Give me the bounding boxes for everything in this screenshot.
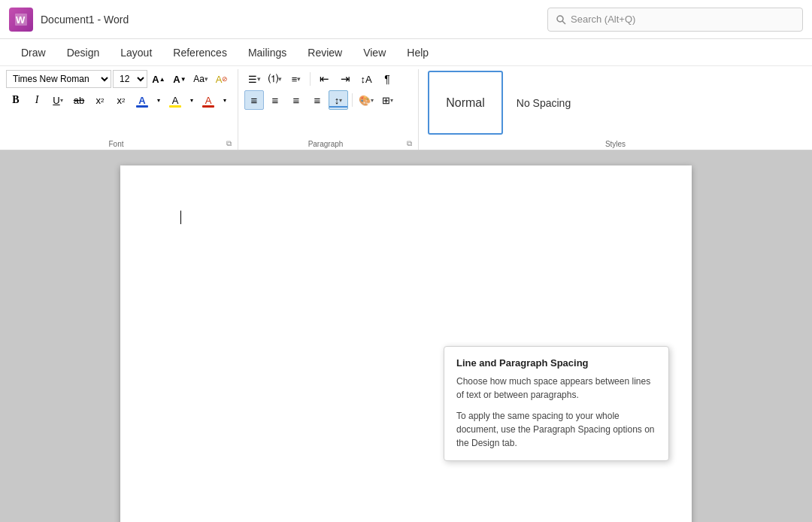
svg-point-2 xyxy=(557,16,563,22)
tooltip-line1: Choose how much space appears between li… xyxy=(456,375,656,402)
search-placeholder: Search (Alt+Q) xyxy=(571,14,635,25)
style-no-spacing-button[interactable]: No Spacing xyxy=(506,71,581,135)
tooltip-body: Choose how much space appears between li… xyxy=(456,375,656,450)
para-row-1: ☰▾ ⑴▾ ≡▾ ⇤ ⇥ ↕A ¶ xyxy=(244,69,397,89)
font-group: Times New Roman 12 A▲ A▼ Aa ▾ A⊘ B I U ▾… xyxy=(0,69,238,150)
tooltip-title: Line and Paragraph Spacing xyxy=(456,357,656,369)
menu-view[interactable]: View xyxy=(354,44,395,62)
dropdown-arrow-highlight[interactable]: ▾ xyxy=(186,90,197,110)
style-normal-button[interactable]: Normal xyxy=(428,71,503,135)
para-row-2: ≡ ≡ ≡ ≡ ↕▾ 🎨▾ ⊞▾ xyxy=(244,90,397,110)
font-shrink-button[interactable]: A▼ xyxy=(170,69,189,89)
font-color-button[interactable]: A xyxy=(132,90,152,110)
superscript-button[interactable]: x2 xyxy=(111,90,131,110)
menu-references[interactable]: References xyxy=(164,44,236,62)
font-group-label: Font xyxy=(6,140,226,148)
increase-indent-button[interactable]: ⇥ xyxy=(335,69,355,89)
ribbon: Times New Roman 12 A▲ A▼ Aa ▾ A⊘ B I U ▾… xyxy=(0,66,812,150)
search-icon xyxy=(556,14,566,25)
align-center-button[interactable]: ≡ xyxy=(265,90,285,110)
line-spacing-button[interactable]: ↕▾ xyxy=(329,90,348,110)
menu-mailings[interactable]: Mailings xyxy=(239,44,295,62)
tooltip-box: Line and Paragraph Spacing Choose how mu… xyxy=(444,346,669,461)
dropdown-arrow-font-color[interactable]: ▾ xyxy=(153,90,164,110)
align-left-button[interactable]: ≡ xyxy=(244,90,264,110)
app-icon: W xyxy=(9,8,33,32)
underline-button[interactable]: U ▾ xyxy=(48,90,68,110)
tooltip-line2: To apply the same spacing to your whole … xyxy=(456,409,656,450)
menu-design[interactable]: Design xyxy=(58,44,109,62)
dropdown-arrow-font-color2[interactable]: ▾ xyxy=(220,90,230,110)
show-formatting-button[interactable]: ¶ xyxy=(377,69,397,89)
bullet-list-button[interactable]: ☰▾ xyxy=(244,69,264,89)
multilevel-list-button[interactable]: ≡▾ xyxy=(286,69,306,89)
highlight-button[interactable]: A xyxy=(165,90,185,110)
align-right-button[interactable]: ≡ xyxy=(286,90,306,110)
title-bar: W Document1 - Word Search (Alt+Q) xyxy=(0,0,812,39)
justify-button[interactable]: ≡ xyxy=(308,90,327,110)
subscript-button[interactable]: x2 xyxy=(90,90,110,110)
para-separator-1 xyxy=(310,72,311,86)
svg-line-3 xyxy=(562,21,565,24)
menu-bar: Draw Design Layout References Mailings R… xyxy=(0,39,812,66)
menu-review[interactable]: Review xyxy=(298,44,351,62)
menu-layout[interactable]: Layout xyxy=(111,44,161,62)
font-name-select[interactable]: Times New Roman xyxy=(6,70,111,88)
paragraph-group: ☰▾ ⑴▾ ≡▾ ⇤ ⇥ ↕A ¶ ≡ ≡ ≡ ≡ ↕▾ 🎨▾ xyxy=(238,69,419,150)
borders-button[interactable]: ⊞▾ xyxy=(377,90,397,110)
para-separator-2 xyxy=(352,93,353,107)
change-case-button[interactable]: Aa ▾ xyxy=(191,69,211,89)
font-size-select[interactable]: 12 xyxy=(113,70,147,88)
font-row-1: Times New Roman 12 A▲ A▼ Aa ▾ A⊘ xyxy=(6,69,232,89)
bold-button[interactable]: B xyxy=(6,90,26,110)
menu-draw[interactable]: Draw xyxy=(12,44,55,62)
clear-formatting-button[interactable]: A⊘ xyxy=(212,69,232,89)
italic-button[interactable]: I xyxy=(27,90,47,110)
shading-button[interactable]: 🎨▾ xyxy=(356,90,376,110)
sort-button[interactable]: ↕A xyxy=(356,69,376,89)
styles-area: Normal No Spacing xyxy=(425,69,581,147)
menu-help[interactable]: Help xyxy=(398,44,438,62)
document-area: Line and Paragraph Spacing Choose how mu… xyxy=(0,150,812,522)
styles-group-label: Styles xyxy=(425,140,806,148)
decrease-indent-button[interactable]: ⇤ xyxy=(314,69,334,89)
search-bar[interactable]: Search (Alt+Q) xyxy=(547,8,803,32)
svg-text:W: W xyxy=(16,14,26,26)
font-expand-button[interactable]: ⧉ xyxy=(226,139,232,148)
strikethrough-button[interactable]: ab xyxy=(69,90,89,110)
numbered-list-button[interactable]: ⑴▾ xyxy=(265,69,285,89)
window-title: Document1 - Word xyxy=(41,14,547,26)
document-page[interactable] xyxy=(120,165,692,522)
font-grow-button[interactable]: A▲ xyxy=(149,69,168,89)
paragraph-group-label: Paragraph xyxy=(244,140,407,148)
styles-group: Normal No Spacing Styles xyxy=(419,69,812,150)
font-color2-button[interactable]: A xyxy=(198,90,218,110)
paragraph-expand-button[interactable]: ⧉ xyxy=(407,139,412,148)
text-cursor xyxy=(180,211,181,224)
font-row-2: B I U ▾ ab x2 x2 A ▾ A ▾ xyxy=(6,90,232,110)
